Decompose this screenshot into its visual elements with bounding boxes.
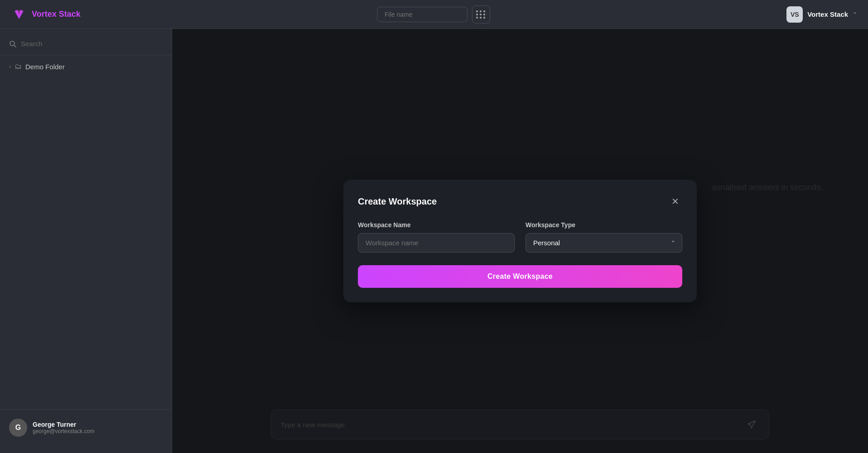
folder-chevron-icon: › <box>9 63 11 70</box>
search-label: Search <box>21 40 43 48</box>
grid-view-button[interactable] <box>472 5 490 24</box>
user-info: George Turner george@vortexstack.com <box>33 421 94 434</box>
workspace-type-select-wrapper: Personal Team Enterprise ⌃ <box>526 233 682 253</box>
modal-header: Create Workspace ✕ <box>358 194 682 209</box>
workspace-type-field-group: Workspace Type Personal Team Enterprise … <box>526 221 682 253</box>
workspace-type-select[interactable]: Personal Team Enterprise <box>526 233 682 253</box>
file-name-input[interactable] <box>377 7 468 22</box>
user-name: George Turner <box>33 421 94 428</box>
logo-text: Vortex Stack <box>32 10 81 19</box>
search-icon <box>9 40 16 48</box>
main-layout: Search › 🗂 Demo Folder G George Turner g… <box>0 29 868 453</box>
svg-line-2 <box>14 45 16 47</box>
modal-title: Create Workspace <box>358 196 437 207</box>
main-content: sonalised answers in seconds. Create Wor… <box>172 29 868 453</box>
sidebar-footer: G George Turner george@vortexstack.com <box>0 409 172 446</box>
header-workspace-name: Vortex Stack <box>807 10 848 18</box>
folder-section: › 🗂 Demo Folder <box>0 55 172 78</box>
folder-name: Demo Folder <box>25 63 65 71</box>
create-workspace-button[interactable]: Create Workspace <box>358 265 682 288</box>
folder-icon: 🗂 <box>14 62 22 71</box>
user-email: george@vortexstack.com <box>33 428 94 434</box>
demo-folder-item[interactable]: › 🗂 Demo Folder <box>9 62 163 71</box>
header-center <box>377 5 490 24</box>
header-right: VS Vortex Stack ⌃ <box>786 6 857 23</box>
modal-overlay: Create Workspace ✕ Workspace Name Worksp… <box>172 29 868 453</box>
workspace-name-field-group: Workspace Name <box>358 221 515 253</box>
grid-dots-icon <box>476 10 486 19</box>
workspace-name-input[interactable] <box>358 233 515 253</box>
modal-fields: Workspace Name Workspace Type Personal T… <box>358 221 682 253</box>
sidebar: Search › 🗂 Demo Folder G George Turner g… <box>0 29 172 453</box>
workspace-chevron-icon: ⌃ <box>853 11 857 18</box>
workspace-type-label: Workspace Type <box>526 221 682 229</box>
workspace-name-label: Workspace Name <box>358 221 515 229</box>
user-avatar: G <box>9 419 27 437</box>
user-avatar-badge: VS <box>786 6 803 23</box>
header: Vortex Stack VS Vortex Stack ⌃ <box>0 0 868 29</box>
create-workspace-modal: Create Workspace ✕ Workspace Name Worksp… <box>343 180 697 302</box>
vortex-stack-logo-icon <box>11 6 27 23</box>
close-modal-button[interactable]: ✕ <box>668 194 682 209</box>
search-area[interactable]: Search <box>0 36 172 55</box>
logo-area: Vortex Stack <box>11 6 81 23</box>
